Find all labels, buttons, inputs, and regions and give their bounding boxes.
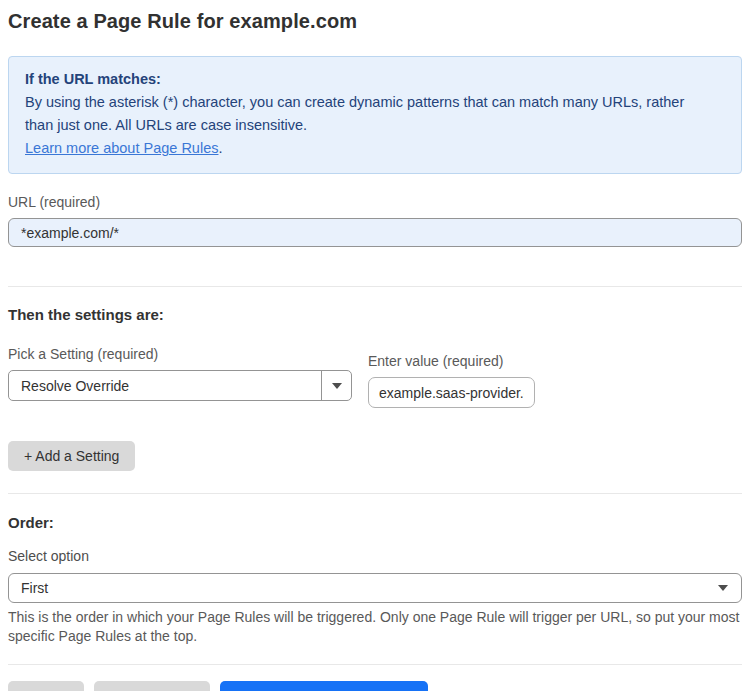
- order-select[interactable]: First: [8, 573, 742, 603]
- order-select-value: First: [9, 580, 60, 596]
- form-actions: Cancel Save as Draft Save and Deploy Pag…: [8, 681, 742, 691]
- url-field-section: URL (required): [8, 194, 742, 247]
- divider: [8, 493, 742, 494]
- pick-setting-label: Pick a Setting (required): [8, 346, 352, 362]
- url-match-info-box: If the URL matches: By using the asteris…: [8, 56, 742, 174]
- url-field-label: URL (required): [8, 194, 742, 210]
- divider: [8, 286, 742, 287]
- info-box-body: By using the asterisk (*) character, you…: [25, 91, 690, 137]
- create-page-rule-form: Create a Page Rule for example.com If th…: [0, 0, 750, 691]
- info-box-link-line: Learn more about Page Rules.: [25, 137, 725, 160]
- save-as-draft-button[interactable]: Save as Draft: [94, 681, 211, 691]
- link-period: .: [218, 140, 222, 156]
- learn-more-link[interactable]: Learn more about Page Rules: [25, 140, 218, 156]
- order-select-label: Select option: [8, 548, 742, 564]
- info-box-heading: If the URL matches:: [25, 68, 725, 91]
- add-setting-button[interactable]: + Add a Setting: [8, 441, 135, 471]
- url-input[interactable]: [8, 218, 742, 247]
- enter-value-column: Enter value (required): [368, 353, 535, 408]
- setting-select[interactable]: Resolve Override: [8, 370, 352, 401]
- divider: [8, 664, 742, 665]
- settings-row: Pick a Setting (required) Resolve Overri…: [8, 346, 742, 408]
- setting-value-input[interactable]: [368, 377, 535, 408]
- order-help-text: This is the order in which your Page Rul…: [8, 608, 742, 646]
- enter-value-label: Enter value (required): [368, 353, 535, 369]
- save-and-deploy-button[interactable]: Save and Deploy Page Rule: [220, 681, 428, 691]
- page-title: Create a Page Rule for example.com: [8, 10, 742, 33]
- settings-section-heading: Then the settings are:: [8, 306, 742, 323]
- setting-select-arrow-button[interactable]: [321, 371, 351, 400]
- order-section-heading: Order:: [8, 514, 742, 531]
- chevron-down-icon: [718, 585, 728, 591]
- chevron-down-icon: [332, 383, 342, 389]
- pick-setting-column: Pick a Setting (required) Resolve Overri…: [8, 346, 352, 401]
- setting-select-value: Resolve Override: [9, 378, 321, 394]
- cancel-button[interactable]: Cancel: [8, 681, 84, 691]
